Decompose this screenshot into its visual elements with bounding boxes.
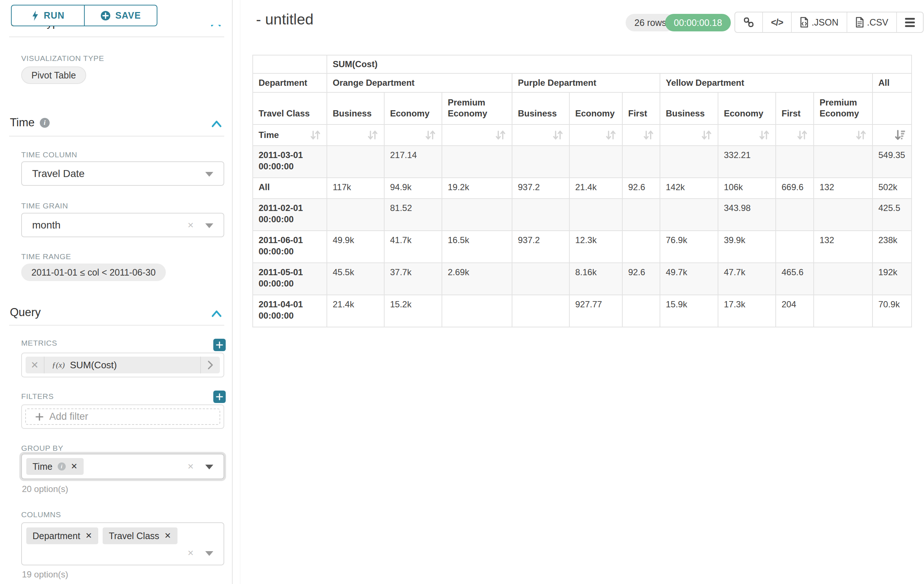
value-cell: 16.5k bbox=[442, 231, 512, 263]
row-label-cell: 2011-04-01 00:00:00 bbox=[253, 295, 327, 327]
remove-chip-icon[interactable]: ✕ bbox=[164, 531, 171, 541]
chevron-up-icon[interactable] bbox=[211, 309, 222, 318]
caret-down-icon[interactable] bbox=[205, 551, 213, 556]
value-cell bbox=[622, 146, 660, 178]
time-column-select[interactable]: Travel Date bbox=[21, 161, 224, 186]
run-button[interactable]: RUN bbox=[12, 5, 84, 26]
table-row: 2011-05-01 00:00:0045.5k37.7k2.69k8.16k9… bbox=[253, 263, 912, 295]
time-sort-cell[interactable]: Time bbox=[253, 125, 327, 146]
travel-class-header: Business bbox=[327, 92, 384, 125]
sort-up-down-icon[interactable] bbox=[796, 129, 808, 141]
filters-control: Add filter bbox=[21, 405, 224, 429]
chevron-up-icon[interactable] bbox=[211, 119, 222, 128]
sort-up-down-icon[interactable] bbox=[367, 129, 378, 141]
sort-up-down-icon[interactable] bbox=[309, 129, 321, 141]
remove-chip-icon[interactable]: ✕ bbox=[71, 462, 78, 471]
sort-up-down-icon[interactable] bbox=[701, 129, 712, 141]
column-sort-cell[interactable] bbox=[718, 125, 776, 146]
info-icon: i bbox=[58, 462, 66, 470]
remove-chip-icon[interactable]: ✕ bbox=[86, 531, 92, 541]
value-cell: 12.3k bbox=[569, 231, 622, 263]
hamburger-icon bbox=[905, 18, 915, 27]
column-sort-cell[interactable] bbox=[660, 125, 718, 146]
add-filter-button[interactable]: Add filter bbox=[25, 408, 220, 425]
time-range-pill[interactable]: 2011-01-01 ≤ col < 2011-06-30 bbox=[21, 263, 166, 281]
selected-option-chip[interactable]: Department✕ bbox=[26, 527, 98, 544]
sort-up-down-icon[interactable] bbox=[552, 129, 564, 141]
viz-type-pill[interactable]: Pivot Table bbox=[21, 66, 86, 84]
value-cell bbox=[622, 231, 660, 263]
selected-option-chip[interactable]: Timei✕ bbox=[26, 458, 84, 475]
value-cell: 47.7k bbox=[718, 263, 776, 295]
travel-class-header: Economy bbox=[569, 92, 622, 125]
export-json-button[interactable]: .JSON bbox=[791, 12, 846, 32]
chevron-right-icon[interactable] bbox=[200, 357, 220, 373]
travel-class-header: Premium Economy bbox=[442, 92, 512, 125]
sort-up-down-icon[interactable] bbox=[758, 129, 770, 141]
column-sort-cell[interactable] bbox=[814, 125, 873, 146]
embed-code-button[interactable]: </> bbox=[762, 12, 791, 32]
fx-icon: ƒ(x) bbox=[52, 360, 64, 370]
value-cell bbox=[814, 295, 873, 327]
clear-icon[interactable]: × bbox=[188, 547, 193, 559]
clear-icon[interactable]: × bbox=[188, 219, 193, 231]
value-cell: 502k bbox=[873, 178, 912, 199]
value-cell: 92.6 bbox=[622, 263, 660, 295]
caret-down-icon[interactable] bbox=[205, 465, 213, 469]
add-metric-button[interactable] bbox=[213, 339, 226, 351]
file-csv-icon bbox=[855, 17, 864, 28]
time-range-label: TIME RANGE bbox=[21, 252, 71, 261]
column-sort-cell[interactable] bbox=[569, 125, 622, 146]
share-link-button[interactable] bbox=[735, 12, 762, 32]
column-sort-cell[interactable] bbox=[384, 125, 442, 146]
caret-down-icon[interactable] bbox=[205, 172, 213, 177]
export-csv-button[interactable]: .CSV bbox=[846, 12, 896, 32]
clear-icon[interactable]: × bbox=[188, 461, 193, 472]
row-label-cell: All bbox=[253, 178, 327, 199]
column-sort-cell[interactable] bbox=[873, 125, 912, 146]
sort-up-down-icon[interactable] bbox=[495, 129, 506, 141]
row-label-cell: 2011-03-01 00:00:00 bbox=[253, 146, 327, 178]
value-cell bbox=[776, 199, 814, 231]
code-icon: </> bbox=[771, 17, 783, 28]
group-by-select[interactable]: Timei✕ × bbox=[21, 454, 224, 479]
remove-metric-icon[interactable]: ✕ bbox=[26, 357, 45, 373]
value-cell bbox=[660, 146, 718, 178]
value-cell: 2.69k bbox=[442, 263, 512, 295]
value-cell bbox=[512, 295, 569, 327]
column-sort-cell[interactable] bbox=[622, 125, 660, 146]
add-filter-plus-button[interactable] bbox=[213, 391, 226, 403]
column-sort-cell[interactable] bbox=[776, 125, 814, 146]
link-icon bbox=[743, 17, 754, 28]
sort-up-down-icon[interactable] bbox=[424, 129, 436, 141]
metric-chip[interactable]: ✕ ƒ(x) SUM(Cost) bbox=[26, 357, 220, 373]
more-menu-button[interactable] bbox=[896, 12, 923, 32]
value-cell bbox=[622, 295, 660, 327]
chart-title[interactable]: - untitled bbox=[256, 11, 314, 28]
value-cell bbox=[814, 199, 873, 231]
row-label-cell: 2011-05-01 00:00:00 bbox=[253, 263, 327, 295]
column-sort-cell[interactable] bbox=[327, 125, 384, 146]
selected-option-chip[interactable]: Travel Class✕ bbox=[102, 527, 177, 544]
time-section-title: Time bbox=[10, 116, 35, 129]
row-dim-label: Department bbox=[253, 73, 327, 92]
time-column-label: TIME COLUMN bbox=[21, 150, 78, 159]
row-label-cell: 2011-06-01 00:00:00 bbox=[253, 231, 327, 263]
columns-select[interactable]: Department✕Travel Class✕ × bbox=[21, 522, 224, 565]
column-sort-cell[interactable] bbox=[512, 125, 569, 146]
columns-label: COLUMNS bbox=[21, 510, 61, 519]
sort-up-down-icon[interactable] bbox=[605, 129, 617, 141]
sort-up-down-icon[interactable] bbox=[855, 129, 867, 141]
control-panel: Chart Type RUN SAVE VISUALIZATION TYPE P… bbox=[0, 0, 233, 584]
caret-down-icon[interactable] bbox=[205, 224, 213, 228]
value-cell: 41.7k bbox=[384, 231, 442, 263]
time-grain-select[interactable]: month × bbox=[21, 213, 224, 237]
sort-amount-desc-icon[interactable] bbox=[894, 129, 906, 141]
value-cell: 549.35 bbox=[873, 146, 912, 178]
sort-up-down-icon[interactable] bbox=[642, 129, 654, 141]
column-group-header: All bbox=[873, 73, 912, 92]
travel-class-header: Business bbox=[512, 92, 569, 125]
save-button[interactable]: SAVE bbox=[84, 5, 157, 26]
value-cell bbox=[814, 146, 873, 178]
column-sort-cell[interactable] bbox=[442, 125, 512, 146]
